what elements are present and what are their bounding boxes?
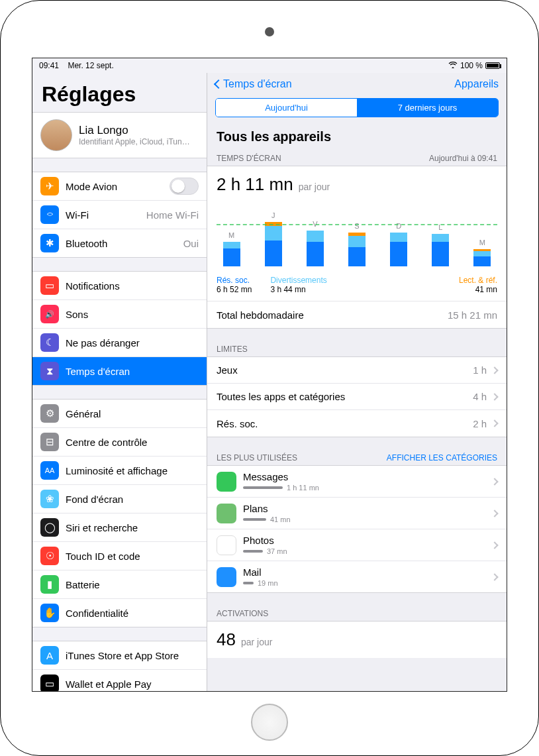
chevron-right-icon bbox=[491, 478, 498, 485]
chevron-right-icon bbox=[491, 366, 498, 374]
chart-day-label: S bbox=[354, 222, 359, 230]
limit-row[interactable]: Toutes les apps et catégories4 h bbox=[207, 384, 507, 410]
devices-button[interactable]: Appareils bbox=[454, 78, 499, 90]
sidebar-item-wallpaper[interactable]: ❀Fond d'écran bbox=[32, 485, 207, 513]
chevron-left-icon bbox=[214, 80, 223, 89]
controlcenter-icon: ⊟ bbox=[40, 433, 59, 451]
display-icon: AA bbox=[40, 461, 59, 480]
screentime-header-right: Aujourd'hui à 09:41 bbox=[429, 154, 497, 163]
limit-value: 1 h bbox=[473, 364, 487, 376]
sidebar-item-label: Notifications bbox=[66, 280, 120, 292]
app-time: 37 mn bbox=[267, 547, 287, 555]
sidebar-item-label: Mode Avion bbox=[66, 181, 117, 192]
app-row[interactable]: Photos37 mn bbox=[207, 529, 507, 561]
back-button[interactable]: Temps d'écran bbox=[215, 78, 292, 90]
limits-header: LIMITES bbox=[217, 345, 248, 354]
sidebar-item-notifications[interactable]: ▭Notifications bbox=[32, 272, 207, 300]
sidebar-item-label: Bluetooth bbox=[66, 238, 107, 249]
sidebar-item-label: Général bbox=[66, 408, 101, 419]
app-usage-bar bbox=[243, 582, 254, 584]
app-row[interactable]: Messages1 h 11 mn bbox=[207, 466, 507, 498]
app-icon bbox=[217, 535, 236, 555]
sidebar-item-sounds[interactable]: 🔊Sons bbox=[32, 300, 207, 329]
sidebar-item-wifi[interactable]: ⌔Wi-FiHome Wi-Fi bbox=[32, 201, 207, 229]
most-used-header: LES PLUS UTILISÉES bbox=[217, 453, 297, 462]
chart-bar: S bbox=[342, 222, 371, 266]
chart-bar: M bbox=[467, 239, 497, 266]
sidebar-item-label: iTunes Store et App Store bbox=[66, 650, 179, 661]
sidebar-item-touchid[interactable]: ☉Touch ID et code bbox=[32, 542, 207, 570]
app-name: Plans bbox=[243, 503, 480, 514]
chart-bar: L bbox=[426, 223, 456, 266]
weekly-total-label: Total hebdomadaire bbox=[217, 309, 304, 321]
status-date: Mer. 12 sept. bbox=[68, 61, 113, 70]
device-camera bbox=[265, 27, 274, 36]
sidebar-item-general[interactable]: ⚙Général bbox=[32, 400, 207, 428]
sidebar-item-privacy[interactable]: ✋Confidentialité bbox=[32, 599, 207, 627]
sidebar-item-dnd[interactable]: ☾Ne pas déranger bbox=[32, 329, 207, 357]
limit-row[interactable]: Rés. soc.2 h bbox=[207, 410, 507, 437]
sounds-icon: 🔊 bbox=[40, 305, 59, 323]
sidebar-item-label: Centre de contrôle bbox=[66, 437, 147, 448]
chart-bar: M bbox=[217, 231, 246, 266]
settings-sidebar[interactable]: Réglages Lia Longo Identifiant Apple, iC… bbox=[32, 73, 207, 691]
screentime-card[interactable]: 2 h 11 mn par jour MJVSDLM Rés. soc. 6 h… bbox=[207, 166, 507, 329]
user-subtitle: Identifiant Apple, iCloud, iTunes S… bbox=[79, 137, 191, 146]
app-icon bbox=[217, 567, 236, 587]
sidebar-item-siri[interactable]: ◯Siri et recherche bbox=[32, 513, 207, 542]
chart-average-line bbox=[217, 224, 497, 225]
airplane-toggle[interactable] bbox=[170, 178, 199, 195]
sidebar-item-wallet[interactable]: ▭Wallet et Apple Pay bbox=[32, 670, 207, 691]
app-row[interactable]: Plans41 mn bbox=[207, 498, 507, 529]
sidebar-item-airplane[interactable]: ✈Mode Avion bbox=[32, 172, 207, 201]
screentime-header-left: TEMPS D'ÉCRAN bbox=[217, 154, 281, 163]
sidebar-item-label: Touch ID et code bbox=[66, 551, 140, 562]
sidebar-item-label: Siri et recherche bbox=[66, 522, 138, 533]
chevron-right-icon bbox=[491, 573, 498, 580]
legend-reading-label: Lect. & réf. bbox=[459, 276, 497, 285]
legend-entertainment-label: Divertissements bbox=[270, 276, 326, 285]
chevron-right-icon bbox=[491, 393, 498, 400]
sidebar-item-itunes[interactable]: AiTunes Store et App Store bbox=[32, 641, 207, 670]
sidebar-item-controlcenter[interactable]: ⊟Centre de contrôle bbox=[32, 428, 207, 457]
page-title: Tous les appareils bbox=[207, 125, 507, 150]
sidebar-item-label: Wi-Fi bbox=[66, 209, 89, 221]
general-icon: ⚙ bbox=[40, 404, 59, 423]
app-usage-bar bbox=[243, 550, 263, 553]
sidebar-item-bluetooth[interactable]: ✱BluetoothOui bbox=[32, 229, 207, 257]
weekly-total-value: 15 h 21 mn bbox=[448, 309, 497, 321]
usage-chart: MJVSDLM bbox=[207, 199, 507, 272]
wallpaper-icon: ❀ bbox=[40, 490, 59, 508]
sidebar-user-row[interactable]: Lia Longo Identifiant Apple, iCloud, iTu… bbox=[32, 113, 207, 158]
sidebar-item-label: Fond d'écran bbox=[66, 494, 123, 505]
limit-label: Jeux bbox=[217, 364, 238, 376]
app-name: Mail bbox=[243, 567, 480, 578]
chart-day-label: J bbox=[271, 211, 275, 219]
status-left: 09:41 Mer. 12 sept. bbox=[39, 61, 114, 70]
airplane-icon: ✈ bbox=[40, 177, 59, 195]
sidebar-item-label: Batterie bbox=[66, 579, 100, 590]
activations-card[interactable]: 48 par jour bbox=[207, 621, 507, 658]
segment-today[interactable]: Aujourd'hui bbox=[216, 99, 357, 117]
app-name: Photos bbox=[243, 535, 480, 546]
show-categories-link[interactable]: AFFICHER LES CATÉGORIES bbox=[387, 453, 497, 462]
legend-reading-value: 41 mn bbox=[459, 285, 497, 294]
segment-7days[interactable]: 7 derniers jours bbox=[357, 99, 498, 117]
app-usage-bar bbox=[243, 486, 283, 489]
home-button[interactable] bbox=[251, 704, 288, 741]
app-time: 41 mn bbox=[270, 515, 291, 523]
app-name: Messages bbox=[243, 471, 480, 482]
limit-row[interactable]: Jeux1 h bbox=[207, 357, 507, 384]
limit-value: 2 h bbox=[473, 418, 487, 429]
average-unit: par jour bbox=[299, 182, 330, 192]
activations-value: 48 bbox=[217, 629, 236, 650]
sidebar-item-screentime[interactable]: ⧗Temps d'écran bbox=[32, 357, 207, 385]
time-range-segmented[interactable]: Aujourd'hui 7 derniers jours bbox=[215, 98, 499, 117]
sidebar-item-battery[interactable]: ▮Batterie bbox=[32, 570, 207, 599]
sidebar-item-display[interactable]: AALuminosité et affichage bbox=[32, 457, 207, 485]
chart-day-label: M bbox=[228, 231, 234, 239]
detail-pane[interactable]: Temps d'écran Appareils Aujourd'hui 7 de… bbox=[207, 73, 507, 691]
notifications-icon: ▭ bbox=[40, 276, 59, 295]
app-row[interactable]: Mail19 mn bbox=[207, 561, 507, 592]
limit-value: 4 h bbox=[473, 391, 487, 402]
